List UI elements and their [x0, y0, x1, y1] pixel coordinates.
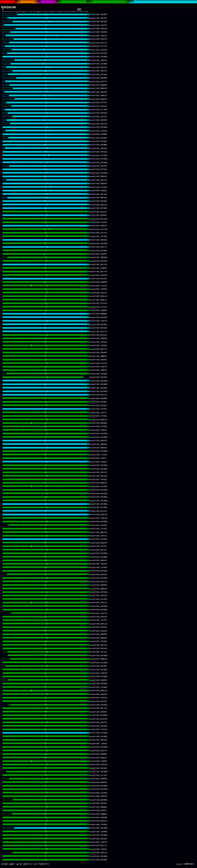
hit-bar[interactable] [2, 112, 88, 114]
hit-label[interactable]: UniRef100_Q90EB1 [89, 806, 107, 808]
hit-label[interactable]: UniRef100_C1C103 [89, 774, 107, 777]
hit-label[interactable]: UniRef100_Q3SZ10 [89, 204, 107, 206]
hit-bar[interactable] [2, 56, 88, 58]
hit-label[interactable]: UniRef100_Q03970 [89, 439, 107, 442]
hit-bar[interactable] [2, 514, 88, 516]
hit-label[interactable]: UniRef100_C5DLM1 [89, 563, 107, 565]
hit-bar[interactable] [2, 721, 88, 723]
hit-bar[interactable] [2, 538, 88, 540]
hit-label[interactable]: UniRef100_P39023 [89, 461, 107, 463]
hit-bar[interactable] [2, 186, 88, 188]
hit-bar[interactable] [2, 383, 88, 385]
hit-bar[interactable] [2, 841, 88, 843]
hit-label[interactable]: UniRef100_A9Z176 [89, 471, 107, 473]
hit-label[interactable]: UniRef100_P27659 [89, 425, 107, 428]
hit-bar[interactable] [2, 126, 88, 128]
hit-label[interactable]: UniRef100_C1BR10 [89, 742, 107, 745]
hit-label[interactable]: UniRef100_A9P452 [89, 767, 107, 770]
hit-label[interactable]: UniRef100_A1C0P8 [89, 485, 107, 488]
hit-label[interactable]: UniRef100_UPI000... [89, 387, 110, 389]
hit-label[interactable]: UniRef100_P21531 [89, 545, 107, 548]
hit-bar[interactable] [2, 84, 88, 86]
hit-bar[interactable] [2, 746, 88, 748]
hit-bar[interactable] [2, 197, 88, 198]
hit-label[interactable]: UniRef100_C5PCA6 [89, 341, 107, 343]
hit-label[interactable]: UniRef100_C1BJH6 [89, 130, 107, 132]
hit-label[interactable]: UniRef100_Q6CJR7 [89, 549, 107, 551]
hit-label[interactable]: UniRef100_Q4P5Q0 [89, 570, 107, 572]
hit-bar[interactable] [2, 570, 88, 572]
hit-bar[interactable] [2, 665, 88, 667]
hit-bar[interactable] [2, 278, 88, 280]
hit-bar[interactable] [2, 658, 88, 660]
hit-label[interactable]: UniRef100_UPI000... [89, 654, 110, 657]
hit-bar[interactable] [9, 524, 88, 526]
hit-label[interactable]: UniRef100_Q2YC12 [89, 41, 107, 44]
hit-label[interactable]: UniRef100_C6TG37 [89, 116, 107, 118]
hit-label[interactable]: UniRef100_P34113 [89, 601, 107, 604]
hit-bar[interactable] [2, 105, 88, 107]
hit-label[interactable]: UniRef100_P39872 [89, 429, 107, 431]
hit-label[interactable]: UniRef100_B6K0C8 [89, 20, 107, 23]
hit-bar[interactable] [2, 116, 88, 117]
hit-label[interactable]: UniRef100_B8PIG2 [89, 196, 107, 199]
hit-bar[interactable] [2, 450, 88, 452]
hit-bar[interactable] [2, 21, 88, 23]
hit-bar[interactable] [2, 838, 88, 839]
hit-label[interactable]: UniRef100_Q32BL3 [89, 404, 107, 407]
hit-bar[interactable] [2, 795, 88, 797]
hit-label[interactable]: UniRef100_C1BJ39 [89, 320, 107, 322]
hit-label[interactable]: UniRef100_P17094 [89, 154, 107, 157]
hit-label[interactable]: UniRef100_C7YPE5 [89, 454, 107, 456]
hit-bar[interactable] [2, 366, 88, 368]
hit-bar[interactable] [2, 218, 88, 220]
hit-bar[interactable] [2, 454, 88, 456]
hit-bar[interactable] [2, 566, 88, 568]
hit-bar[interactable] [2, 735, 88, 737]
hit-label[interactable]: UniRef100_Q96QL0 [89, 446, 107, 449]
hit-label[interactable]: UniRef100_UPI000... [89, 770, 110, 773]
hit-label[interactable]: UniRef100_A1YE34 [89, 302, 107, 305]
hit-label[interactable]: UniRef100_B2B0T8 [89, 281, 107, 283]
hit-bar[interactable] [2, 619, 88, 621]
hit-bar[interactable] [2, 478, 88, 480]
hit-bar[interactable] [2, 73, 88, 75]
hit-label[interactable]: UniRef100_Q5ZGJ6 [89, 334, 107, 336]
hit-label[interactable]: UniRef100_Q3UB15 [89, 359, 107, 361]
hit-bar[interactable] [2, 91, 88, 93]
hit-bar[interactable] [2, 214, 88, 216]
hit-bar[interactable] [2, 831, 88, 832]
hit-label[interactable]: UniRef100_Q7ZYR1 [89, 277, 107, 280]
hit-bar[interactable] [2, 753, 88, 755]
hit-label[interactable]: UniRef100_B9DGC3 [89, 820, 107, 822]
hit-bar[interactable] [2, 485, 88, 487]
hit-label[interactable]: UniRef100_UPI000... [89, 126, 110, 128]
hit-bar[interactable] [2, 200, 88, 202]
hit-label[interactable]: UniRef100_Q5U3Y2 [89, 211, 107, 213]
hit-bar[interactable] [2, 190, 88, 191]
hit-label[interactable]: UniRef100_UPI000... [89, 714, 110, 716]
hit-bar[interactable] [2, 591, 88, 593]
hit-label[interactable]: UniRef100_B6N6Z4 [89, 482, 107, 484]
hit-label[interactable]: UniRef100_Q7S744 [89, 231, 107, 234]
hit-bar[interactable] [2, 563, 88, 565]
hit-bar[interactable] [2, 637, 88, 639]
hit-bar[interactable] [2, 648, 88, 649]
hit-bar[interactable] [7, 573, 88, 575]
hit-bar[interactable] [6, 771, 88, 773]
hit-bar[interactable] [2, 440, 88, 441]
hit-bar[interactable] [2, 253, 88, 255]
hit-bar[interactable] [2, 391, 88, 392]
hit-bar[interactable] [2, 609, 88, 611]
hit-label[interactable]: UniRef100_A21419 [89, 362, 107, 365]
hit-bar[interactable] [2, 693, 88, 695]
hit-label[interactable]: UniRef100_B1WN43 [89, 267, 107, 270]
hit-label[interactable]: UniRef100_A2R5K9 [89, 373, 107, 375]
hit-bar[interactable] [2, 457, 88, 459]
hit-bar[interactable] [2, 306, 88, 308]
hit-label[interactable]: UniRef100_P40372 [89, 34, 107, 37]
hit-label[interactable]: UniRef100_UPI000... [89, 784, 110, 787]
hit-bar[interactable] [2, 204, 88, 206]
hit-bar[interactable] [2, 556, 88, 558]
hit-label[interactable]: UniRef100_Q9ZWU1 [89, 200, 107, 202]
